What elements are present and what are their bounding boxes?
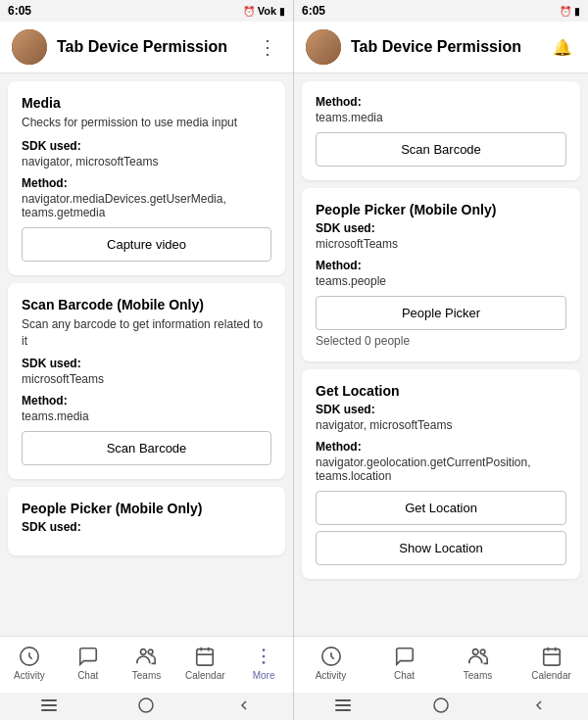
chat-icon-right — [393, 645, 416, 668]
people-picker-button[interactable]: People Picker — [316, 296, 566, 330]
right-time: 6:05 — [302, 4, 325, 18]
svg-point-14 — [480, 649, 485, 654]
left-nav-calendar-label: Calendar — [185, 670, 225, 681]
right-nav-activity[interactable]: Activity — [294, 641, 368, 685]
calendar-icon-right — [540, 645, 564, 668]
right-header-title: Tab Device Permission — [351, 38, 539, 56]
get-location-sdk-label: SDK used: — [316, 403, 566, 416]
people-picker-sdk-value-right: microsoftTeams — [316, 237, 566, 251]
media-card: Media Checks for permission to use media… — [8, 81, 285, 275]
people-picker-sdk-label-right: SDK used: — [316, 221, 566, 235]
svg-point-1 — [149, 649, 154, 654]
left-menu-btn[interactable] — [39, 696, 59, 715]
scan-barcode-sdk-label: SDK used: — [22, 357, 271, 370]
left-nav-chat[interactable]: Chat — [59, 641, 118, 685]
right-home-btn[interactable] — [431, 696, 451, 715]
svg-point-7 — [263, 655, 266, 658]
svg-rect-19 — [335, 699, 351, 701]
capture-video-button[interactable]: Capture video — [22, 227, 271, 262]
right-nav-chat-label: Chat — [394, 670, 415, 681]
scan-barcode-button-right[interactable]: Scan Barcode — [316, 132, 566, 167]
right-nav-teams-label: Teams — [464, 670, 492, 681]
left-header-title: Tab Device Permission — [57, 38, 244, 56]
media-title: Media — [22, 95, 271, 111]
left-home-btn[interactable] — [136, 696, 156, 715]
right-menu-btn[interactable] — [333, 696, 353, 715]
right-nav-activity-label: Activity — [316, 670, 347, 681]
scan-barcode-method-label: Method: — [22, 394, 271, 408]
svg-point-6 — [263, 648, 266, 651]
left-sys-bar — [0, 693, 293, 720]
right-bottom-nav: Activity Chat — [294, 636, 588, 693]
right-back-btn[interactable] — [529, 696, 549, 715]
people-picker-method-label-right: Method: — [316, 259, 566, 272]
get-location-button[interactable]: Get Location — [316, 491, 566, 525]
scan-barcode-card: Scan Barcode (Mobile Only) Scan any barc… — [8, 283, 285, 480]
people-picker-title-right: People Picker (Mobile Only) — [316, 202, 566, 217]
right-nav-teams[interactable]: Teams — [441, 641, 514, 685]
alarm-icon: ⏰ — [243, 6, 255, 17]
right-battery-icon: ▮ — [574, 6, 580, 17]
svg-point-13 — [472, 649, 478, 655]
svg-rect-15 — [543, 649, 560, 666]
left-status-bar: 6:05 ⏰ Vok ▮ — [0, 0, 293, 22]
get-location-method-value: navigator.geolocation.getCurrentPosition… — [316, 456, 566, 483]
left-screen: 6:05 ⏰ Vok ▮ Tab Device Permission ⋮ Med… — [0, 0, 294, 720]
people-picker-title-left: People Picker (Mobile Only) — [22, 501, 271, 516]
svg-rect-9 — [41, 699, 57, 701]
show-location-button[interactable]: Show Location — [316, 531, 566, 565]
right-content: Method: teams.media Scan Barcode People … — [294, 73, 588, 636]
scan-method-label-right: Method: — [316, 95, 566, 109]
battery-icon: ▮ — [279, 6, 285, 17]
left-app-header: Tab Device Permission ⋮ — [0, 22, 293, 73]
activity-icon-right — [319, 645, 343, 668]
people-picker-card-left: People Picker (Mobile Only) SDK used: — [8, 487, 285, 555]
left-nav-more[interactable]: More — [234, 641, 293, 685]
right-nav-calendar[interactable]: Calendar — [514, 641, 588, 685]
media-sdk-value: navigator, microsoftTeams — [22, 155, 271, 168]
svg-point-0 — [141, 649, 147, 655]
activity-icon-left — [18, 645, 41, 668]
left-nav-teams[interactable]: Teams — [118, 641, 176, 685]
chat-icon-left — [76, 645, 100, 668]
left-nav-calendar[interactable]: Calendar — [175, 641, 234, 685]
media-desc: Checks for permission to use media input — [22, 115, 271, 131]
left-status-icons: ⏰ Vok ▮ — [243, 5, 285, 17]
left-back-btn[interactable] — [234, 696, 254, 715]
scan-barcode-title: Scan Barcode (Mobile Only) — [22, 297, 271, 312]
calendar-icon-left — [193, 645, 217, 668]
svg-rect-20 — [335, 704, 351, 706]
people-picker-card-right: People Picker (Mobile Only) SDK used: mi… — [302, 188, 580, 361]
people-picker-selected: Selected 0 people — [316, 334, 566, 348]
left-nav-more-label: More — [253, 670, 275, 681]
left-time: 6:05 — [8, 4, 31, 18]
left-nav-teams-label: Teams — [132, 670, 161, 681]
get-location-card: Get Location SDK used: navigator, micros… — [302, 369, 580, 579]
get-location-sdk-value: navigator, microsoftTeams — [316, 418, 566, 432]
right-status-icons: ⏰ ▮ — [560, 6, 580, 17]
left-nav-chat-label: Chat — [77, 670, 98, 681]
svg-point-22 — [434, 698, 448, 712]
scan-barcode-button-left[interactable]: Scan Barcode — [22, 431, 271, 465]
svg-rect-21 — [335, 709, 351, 711]
media-method-value: navigator.mediaDevices.getUserMedia, tea… — [22, 192, 271, 219]
people-picker-sdk-label-left: SDK used: — [22, 520, 271, 534]
media-method-label: Method: — [22, 176, 271, 190]
teams-icon-right — [466, 645, 490, 668]
right-nav-calendar-label: Calendar — [531, 670, 571, 681]
right-app-header: Tab Device Permission 🔔 — [294, 22, 588, 73]
svg-rect-10 — [41, 704, 57, 706]
right-nav-chat[interactable]: Chat — [368, 641, 441, 685]
more-icon-left — [252, 645, 275, 668]
right-avatar — [306, 29, 341, 65]
get-location-title: Get Location — [316, 383, 566, 399]
right-notification-icon[interactable]: 🔔 — [549, 36, 576, 59]
scan-barcode-sdk-value: microsoftTeams — [22, 372, 271, 386]
left-nav-activity[interactable]: Activity — [0, 641, 59, 685]
scan-barcode-desc: Scan any barcode to get information rela… — [22, 316, 271, 350]
left-bottom-nav: Activity Chat — [0, 636, 293, 693]
left-content: Media Checks for permission to use media… — [0, 73, 293, 636]
right-screen: 6:05 ⏰ ▮ Tab Device Permission 🔔 Method:… — [294, 0, 588, 720]
wifi-icon: Vok — [258, 5, 276, 17]
left-menu-icon[interactable]: ⋮ — [254, 33, 281, 61]
